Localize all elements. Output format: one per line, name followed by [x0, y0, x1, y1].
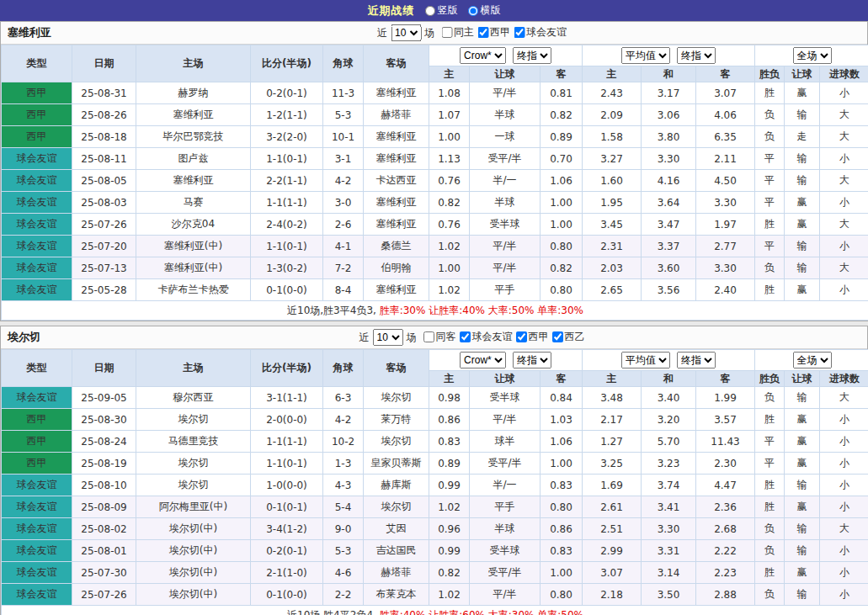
- layout-radio-horizontal[interactable]: 横版: [468, 3, 501, 18]
- column-header-wdl: 胜负: [755, 66, 785, 82]
- euro-average-select[interactable]: 平均值: [621, 352, 670, 368]
- asian-home-odds: 1.02: [429, 236, 470, 257]
- corners: 4-6: [323, 562, 364, 584]
- euro-final-odds-select[interactable]: 终指: [677, 352, 716, 368]
- match-date: 25-08-19: [72, 453, 136, 475]
- scope-select[interactable]: 全场: [793, 352, 832, 368]
- layout-radio-vertical[interactable]: 竖版: [425, 3, 458, 18]
- asian-handicap: 半/一: [470, 475, 541, 496]
- handicap-result: 赢: [785, 409, 820, 431]
- asian-away-odds: 0.80: [541, 584, 583, 606]
- column-header-corners: 角球: [323, 45, 364, 82]
- odds-company-select[interactable]: Crow*: [460, 47, 506, 64]
- league-type: 球会友谊: [2, 496, 72, 518]
- asian-final-odds-select[interactable]: 终指: [513, 47, 551, 64]
- checkbox-input[interactable]: [441, 27, 452, 38]
- checkbox-input[interactable]: [552, 331, 563, 342]
- filter-checkbox-同主[interactable]: 同主: [441, 25, 474, 40]
- home-team: 卡萨布兰卡热爱: [136, 279, 251, 301]
- euro-away-odds: 11.43: [696, 431, 755, 453]
- wdl-result: 胜: [755, 279, 785, 301]
- league-type: 球会友谊: [2, 387, 72, 409]
- corners: 4-2: [323, 409, 364, 431]
- odds-company-select[interactable]: Crow*: [460, 352, 506, 368]
- euro-home-odds: 1.27: [583, 431, 642, 453]
- horizontal-radio-input[interactable]: [468, 6, 478, 16]
- away-team: 艾因: [364, 518, 429, 540]
- match-count-select[interactable]: 10: [373, 329, 403, 346]
- league-type: 球会友谊: [2, 170, 72, 192]
- euro-home-odds: 3.48: [583, 387, 642, 409]
- match-count-select[interactable]: 10: [391, 24, 421, 41]
- euro-home-odds: 2.09: [583, 104, 642, 126]
- score: 0-2(0-1): [251, 82, 323, 104]
- match-row: 西甲25-08-30埃尔切2-0(0-0)4-2莱万特0.86平/半1.032.…: [2, 409, 868, 431]
- filter-checkbox-同客[interactable]: 同客: [423, 330, 456, 344]
- checkbox-input[interactable]: [460, 331, 471, 342]
- league-type: 西甲: [2, 453, 72, 475]
- handicap-result: 输: [785, 148, 820, 170]
- goals-result: 小: [820, 192, 868, 214]
- euro-away-odds: 4.50: [696, 170, 755, 192]
- result-scope-controls: 全场: [755, 45, 868, 66]
- vertical-radio-input[interactable]: [425, 6, 435, 16]
- matches-table: 类型 日期 主场 比分(半场) 角球 客场 Crow* 终指 平均值 终指: [1, 349, 868, 615]
- euro-home-odds: 1.58: [583, 126, 642, 148]
- wdl-result: 负: [755, 104, 785, 126]
- match-date: 25-08-18: [72, 126, 136, 148]
- euro-away-odds: 3.30: [696, 257, 755, 279]
- euro-away-odds: 4.06: [696, 104, 755, 126]
- score: 2-1(1-0): [251, 562, 323, 584]
- match-row: 球会友谊25-05-28卡萨布兰卡热爱0-1(0-0)8-4塞维利亚1.02平手…: [2, 279, 868, 301]
- match-date: 25-08-01: [72, 540, 136, 562]
- column-header-asian-home: 主: [429, 371, 470, 387]
- column-header-goals: 进球数: [820, 371, 868, 387]
- corners: 2-6: [323, 214, 364, 236]
- euro-home-odds: 1.60: [583, 170, 642, 192]
- euro-draw-odds: 4.16: [642, 170, 696, 192]
- summary-prefix: 近10场,胜4平2负4,: [287, 609, 376, 615]
- corners: 2-2: [323, 584, 364, 606]
- checkbox-input[interactable]: [514, 27, 525, 38]
- filter-checkbox-西甲[interactable]: 西甲: [516, 330, 549, 344]
- checkbox-input[interactable]: [477, 27, 488, 38]
- column-header-asian-handicap: 让球: [470, 66, 541, 82]
- handicap-result: 输: [785, 540, 820, 562]
- euro-average-select[interactable]: 平均值: [621, 47, 670, 64]
- goals-result: 小: [820, 584, 868, 606]
- away-team: 塞维利亚: [364, 126, 429, 148]
- matches-unit-label: 场: [424, 26, 434, 40]
- scope-select[interactable]: 全场: [793, 47, 832, 64]
- column-header-euro-draw: 和: [642, 371, 696, 387]
- handicap-result: 输: [785, 236, 820, 257]
- asian-handicap: 受半球: [470, 214, 541, 236]
- column-header-type: 类型: [2, 350, 72, 387]
- checkbox-input[interactable]: [423, 331, 434, 342]
- league-type: 球会友谊: [2, 562, 72, 584]
- asian-handicap: 半球: [470, 518, 541, 540]
- asian-handicap: 受半球: [470, 540, 541, 562]
- goals-result: 大: [820, 170, 868, 192]
- topbar: 近期战绩 竖版 横版: [0, 0, 868, 21]
- wdl-result: 平: [755, 431, 785, 453]
- wdl-result: 平: [755, 148, 785, 170]
- euro-home-odds: 1.95: [583, 192, 642, 214]
- home-team: 塞维利亚: [136, 104, 251, 126]
- filter-checkbox-球会友谊[interactable]: 球会友谊: [460, 330, 513, 344]
- filter-checkbox-西乙[interactable]: 西乙: [552, 330, 585, 344]
- wdl-result: 负: [755, 540, 785, 562]
- goals-result: 小: [820, 148, 868, 170]
- wdl-result: 平: [755, 192, 785, 214]
- column-header-handicap-result: 让球: [785, 371, 820, 387]
- euro-home-odds: 3.45: [583, 214, 642, 236]
- asian-final-odds-select[interactable]: 终指: [513, 352, 551, 368]
- matches-tbody: 西甲25-08-31赫罗纳0-2(0-1)11-3塞维利亚1.08平/半0.81…: [2, 82, 868, 301]
- match-date: 25-08-05: [72, 170, 136, 192]
- euro-away-odds: 2.23: [696, 562, 755, 584]
- checkbox-input[interactable]: [516, 331, 527, 342]
- match-date: 25-09-05: [72, 387, 136, 409]
- euro-final-odds-select[interactable]: 终指: [677, 47, 716, 64]
- asian-handicap: 平/半: [470, 257, 541, 279]
- filter-checkbox-西甲[interactable]: 西甲: [477, 25, 510, 40]
- filter-checkbox-球会友谊[interactable]: 球会友谊: [514, 25, 567, 40]
